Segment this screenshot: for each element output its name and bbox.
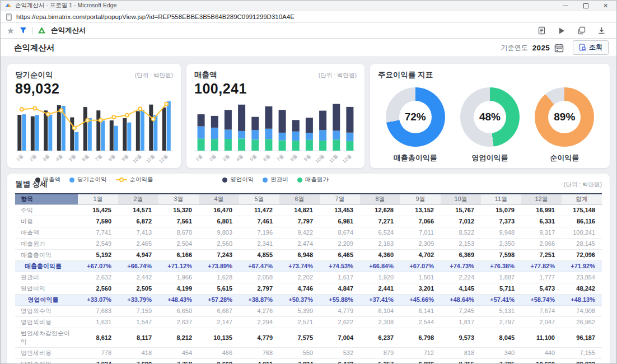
cell-value: 16,470 — [199, 204, 239, 216]
row-label: 수익 — [15, 204, 78, 216]
ratio-line-marker — [152, 118, 155, 121]
row-label: 매출총이익률 — [15, 260, 78, 272]
stack-segment — [333, 139, 340, 151]
bar-net-income — [127, 123, 131, 151]
monthly-detail-unit-label: (단위 : 백만원) — [564, 181, 602, 189]
filter-icon[interactable] — [20, 27, 27, 34]
cell-value: 7,461 — [239, 216, 279, 227]
x-axis-label: 5월 — [249, 153, 258, 162]
cell-value: 2,058 — [239, 272, 279, 283]
cell-value: +71.12% — [158, 260, 199, 272]
cell-value: 6,872 — [118, 216, 158, 227]
cell-value: 11,100 — [521, 328, 562, 347]
close-button[interactable]: ✕ — [603, 3, 609, 8]
cell-value: 532 — [320, 347, 360, 358]
x-axis-label: 9월 — [302, 153, 311, 162]
cell-value: 15,425 — [78, 204, 118, 216]
cell-value: 7,797 — [279, 216, 320, 227]
cell-value: 2,632 — [78, 272, 118, 283]
cell-value: 6,141 — [400, 305, 441, 316]
play-icon[interactable] — [558, 27, 565, 35]
cell-value: 72,096 — [562, 249, 602, 260]
cell-value: 7,674 — [521, 305, 562, 316]
x-axis-label: 1월 — [194, 153, 203, 162]
bar-revenue — [17, 115, 21, 151]
cell-value: 96,187 — [562, 328, 602, 347]
cell-value: 6,801 — [199, 216, 239, 227]
x-axis-label: 6월 — [262, 153, 271, 162]
x-axis-label: 6월 — [81, 153, 90, 162]
minimize-button[interactable] — [563, 3, 568, 8]
net-margin-label: 순이익률 — [535, 153, 594, 163]
report-icon[interactable] — [537, 26, 546, 35]
cell-value: 7,758 — [158, 358, 199, 364]
x-axis-label: 8월 — [107, 153, 116, 162]
cell-value: +38.87% — [239, 294, 279, 305]
ratio-line — [22, 104, 167, 128]
dashboard-content: 당기순이익 (단위 : 백만원) 89,032 1월2월3월4월5월6월7월8월… — [1, 57, 616, 364]
star-icon[interactable] — [7, 27, 15, 35]
net-income-chart-svg: 1월2월3월4월5월6월7월8월9월10월11월12월 — [15, 97, 173, 173]
cell-value: 6,667 — [199, 305, 239, 316]
cell-value: +66.84% — [360, 260, 400, 272]
cell-value: 6,369 — [441, 249, 481, 260]
cell-value: 5,357 — [360, 358, 400, 364]
cell-value: 4,779 — [239, 328, 279, 347]
cell-value: 6,650 — [158, 305, 199, 316]
bookmark-page-label[interactable]: 손익계산서 — [51, 26, 86, 35]
copy-icon[interactable] — [577, 26, 586, 35]
column-header: 7월 — [320, 194, 360, 204]
x-axis-label: 9월 — [120, 153, 129, 162]
table-row: 매출원가2,5492,4652,5042,5602,3412,4742,2092… — [15, 238, 602, 249]
table-row: 판관비2,6322,4421,9661,6282,0582,2021,6171,… — [15, 272, 602, 283]
cell-value: 8,045 — [481, 328, 521, 347]
download-icon[interactable] — [597, 26, 606, 35]
cell-value: 5,192 — [78, 249, 118, 260]
dot-marker-icon — [297, 178, 302, 183]
revenue-value: 100,241 — [194, 81, 357, 97]
cell-value: 14,821 — [279, 204, 320, 216]
address-bar[interactable]: https://epa.bimatrix.com/portal/popupVie… — [1, 11, 616, 23]
x-axis-label: 7월 — [94, 153, 103, 162]
cell-value: 4,199 — [158, 283, 199, 294]
page-info-icon[interactable] — [6, 13, 12, 21]
stack-segment — [279, 110, 286, 133]
cell-value: 6,948 — [279, 249, 320, 260]
row-label: 법인세차감전순이익 — [15, 328, 78, 347]
table-row: 법인세비용77841845446676855053287971281834044… — [15, 347, 602, 358]
url-text[interactable]: https://epa.bimatrix.com/portal/popupVie… — [16, 13, 295, 20]
cell-value: 340 — [481, 347, 521, 358]
bimatrix-logo-icon[interactable] — [38, 26, 46, 35]
stack-segment — [251, 117, 259, 130]
stack-segment — [306, 118, 313, 133]
table-row: 법인세차감전순이익8,6128,1178,21210,1354,7797,575… — [15, 328, 602, 347]
cell-value: 9,317 — [521, 227, 562, 238]
column-header: 2월 — [118, 194, 158, 204]
browser-window: 손익계산서 - 프로필 1 - Microsoft Edge ✕ https:/… — [0, 0, 617, 364]
bar-revenue — [123, 118, 127, 151]
calendar-icon[interactable] — [554, 43, 564, 53]
search-button[interactable]: 조회 — [573, 40, 609, 55]
cell-value: 11,472 — [239, 204, 279, 216]
cell-value: +71.92% — [562, 260, 602, 272]
cell-value: 440 — [521, 347, 562, 358]
row-label: 법인세비용 — [15, 347, 78, 358]
cell-value: 2,341 — [239, 238, 279, 249]
cell-value: 9,669 — [199, 358, 239, 364]
cell-value: +48.64% — [441, 294, 481, 305]
column-header: 9월 — [400, 194, 441, 204]
stack-segment — [346, 141, 353, 151]
cell-value: 6,331 — [521, 216, 562, 227]
ratio-line-marker — [86, 119, 89, 122]
cell-value: 7,598 — [481, 249, 521, 260]
cell-value: 778 — [78, 347, 118, 358]
cell-value: 454 — [158, 347, 199, 358]
revenue-chart-legend: 영업이익판관비매출원가 — [194, 176, 357, 184]
legend-item: 순이익률 — [116, 176, 153, 184]
row-label: 매출원가 — [15, 238, 78, 249]
base-year-value[interactable]: 2025 — [532, 44, 550, 52]
cell-value: 100,241 — [562, 227, 602, 238]
row-label: 영업이익 — [15, 283, 78, 294]
revenue-chart-svg: 1월2월3월4월5월6월7월8월9월10월11월12월 — [194, 97, 357, 173]
maximize-button[interactable] — [583, 3, 588, 8]
